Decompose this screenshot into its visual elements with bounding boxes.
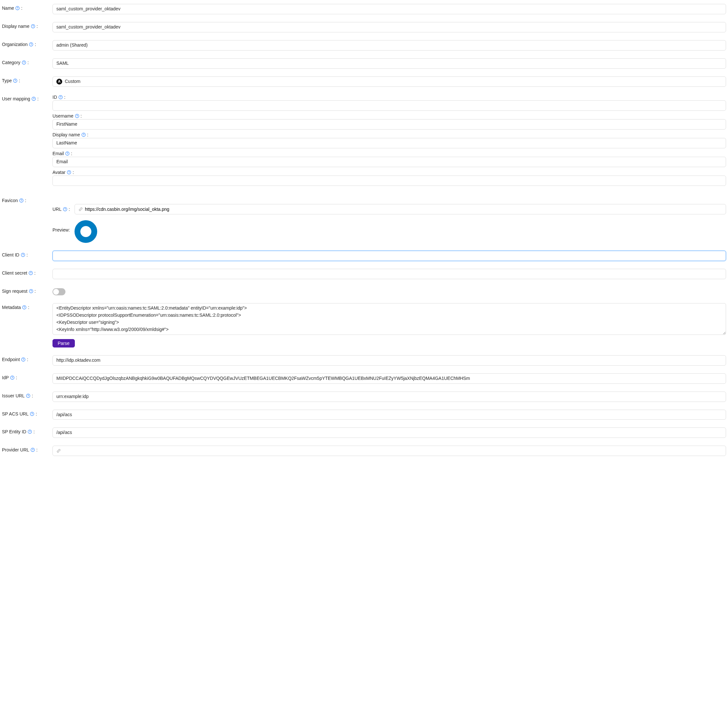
label-colon: : <box>27 357 28 362</box>
metadata-textarea[interactable] <box>52 303 726 335</box>
help-icon[interactable] <box>21 357 26 362</box>
type-value: Custom <box>65 78 80 85</box>
favicon-label: Favicon : <box>2 196 52 203</box>
organization-label-text: Organization <box>2 42 28 47</box>
help-icon[interactable] <box>63 207 67 212</box>
endpoint-input[interactable] <box>52 355 726 366</box>
mapping-display-name-label-text: Display name <box>52 132 80 137</box>
idp-input[interactable] <box>52 374 726 384</box>
label-colon: : <box>73 170 74 175</box>
label-colon: : <box>35 288 36 294</box>
label-colon: : <box>32 393 33 398</box>
help-icon[interactable] <box>29 42 34 47</box>
sp-acs-url-label-text: SP ACS URL <box>2 411 29 416</box>
label-colon: : <box>34 270 36 276</box>
help-icon[interactable] <box>67 170 71 175</box>
provider-url-input[interactable] <box>63 448 722 453</box>
name-label: Name : <box>2 4 52 11</box>
display-name-label: Display name : <box>2 22 52 29</box>
sign-request-switch[interactable] <box>52 288 66 295</box>
idp-label-text: IdP <box>2 375 9 380</box>
help-icon[interactable] <box>31 96 36 101</box>
favicon-preview-label-text: Preview: <box>52 227 70 232</box>
label-colon: : <box>34 429 35 434</box>
issuer-url-label-text: Issuer URL <box>2 393 24 398</box>
category-label: Category : <box>2 58 52 65</box>
label-colon: : <box>36 447 38 452</box>
label-colon: : <box>27 252 28 258</box>
name-input[interactable] <box>52 4 726 14</box>
help-icon[interactable] <box>29 271 33 275</box>
parse-button[interactable]: Parse <box>52 339 75 348</box>
sp-entity-id-label-text: SP Entity ID <box>2 429 26 434</box>
client-id-label: Client ID : <box>2 251 52 258</box>
help-icon[interactable] <box>10 375 15 380</box>
organization-label: Organization : <box>2 40 52 47</box>
favicon-url-input-wrapper[interactable] <box>75 204 726 214</box>
label-colon: : <box>87 132 89 137</box>
help-icon[interactable] <box>22 60 26 65</box>
type-label: Type : <box>2 76 52 83</box>
label-colon: : <box>37 24 38 29</box>
help-icon[interactable] <box>31 447 35 452</box>
mapping-display-name-input[interactable] <box>52 138 726 148</box>
help-icon[interactable] <box>30 412 34 416</box>
name-label-text: Name <box>2 6 14 11</box>
label-colon: : <box>64 95 66 100</box>
favicon-preview-label: Preview: <box>52 220 70 232</box>
mapping-email-input[interactable] <box>52 157 726 167</box>
sp-acs-url-label: SP ACS URL : <box>2 410 52 416</box>
sp-entity-id-input[interactable] <box>52 427 726 438</box>
mapping-username-label: Username : <box>52 113 726 119</box>
label-colon: : <box>37 96 38 101</box>
sign-request-label: Sign request : <box>2 287 52 294</box>
help-icon[interactable] <box>19 198 24 203</box>
help-icon[interactable] <box>21 253 25 257</box>
help-icon[interactable] <box>58 95 63 99</box>
metadata-label-text: Metadata <box>2 305 21 310</box>
client-secret-input[interactable] <box>52 269 726 279</box>
client-secret-label-text: Client secret <box>2 270 27 276</box>
issuer-url-input[interactable] <box>52 392 726 402</box>
help-icon[interactable] <box>28 429 32 434</box>
type-label-text: Type <box>2 78 12 83</box>
favicon-url-input[interactable] <box>85 207 722 212</box>
sign-request-label-text: Sign request <box>2 288 28 294</box>
help-icon[interactable] <box>15 6 20 11</box>
help-icon[interactable] <box>31 24 35 29</box>
label-colon: : <box>16 375 17 380</box>
mapping-id-input[interactable] <box>52 101 726 111</box>
client-id-input[interactable] <box>52 251 726 261</box>
label-colon: : <box>19 78 20 83</box>
provider-url-input-wrapper[interactable] <box>52 445 726 456</box>
organization-value: admin (Shared) <box>57 42 88 49</box>
label-colon: : <box>71 151 72 156</box>
help-icon[interactable] <box>75 114 80 118</box>
custom-type-icon: A <box>57 79 62 84</box>
sp-acs-url-input[interactable] <box>52 410 726 420</box>
link-icon <box>78 207 83 212</box>
help-icon[interactable] <box>65 151 70 156</box>
mapping-username-input[interactable] <box>52 119 726 130</box>
display-name-input[interactable] <box>52 22 726 32</box>
display-name-label-text: Display name <box>2 24 29 29</box>
label-colon: : <box>28 305 29 310</box>
label-colon: : <box>36 411 37 416</box>
endpoint-label: Endpoint : <box>2 355 52 362</box>
help-icon[interactable] <box>13 78 17 83</box>
organization-select[interactable]: admin (Shared) <box>52 40 726 50</box>
label-colon: : <box>28 60 29 65</box>
type-select[interactable]: A Custom <box>52 76 726 87</box>
label-colon: : <box>21 6 22 11</box>
help-icon[interactable] <box>29 289 34 293</box>
help-icon[interactable] <box>22 305 27 310</box>
mapping-email-label-text: Email <box>52 151 64 156</box>
help-icon[interactable] <box>81 133 86 137</box>
category-select[interactable]: SAML <box>52 58 726 69</box>
mapping-id-label-text: ID <box>52 95 57 100</box>
help-icon[interactable] <box>26 394 31 398</box>
category-value: SAML <box>57 60 69 67</box>
mapping-avatar-input[interactable] <box>52 175 726 186</box>
sp-entity-id-label: SP Entity ID : <box>2 427 52 434</box>
okta-logo-icon <box>75 220 97 243</box>
